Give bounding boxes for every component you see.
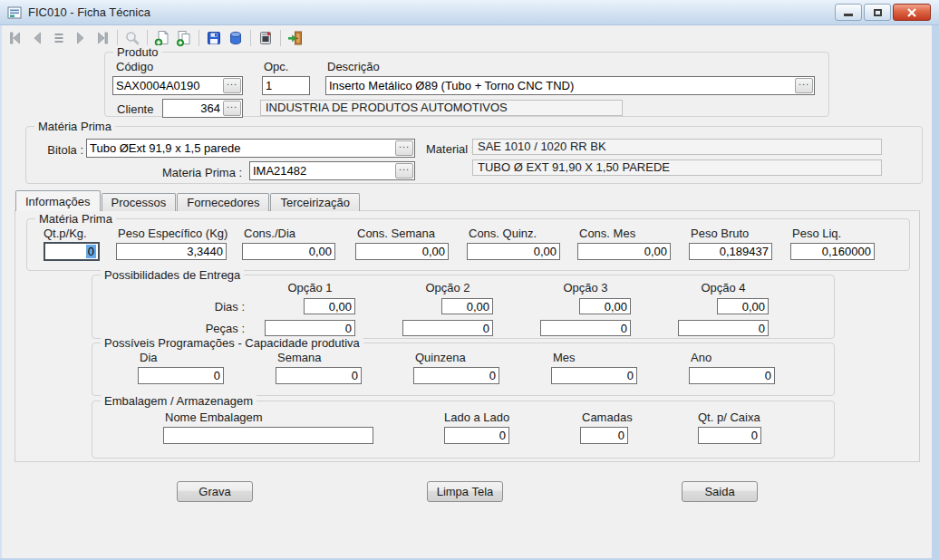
toolbar-separator (117, 30, 118, 46)
informacoes-tab-panel: Matéria Prima Qt.p/Kg. 0 Peso Específico… (15, 210, 920, 462)
close-button[interactable] (893, 4, 931, 21)
dias-opcao2-input[interactable] (441, 298, 493, 314)
cons-dia-input[interactable] (242, 243, 335, 260)
lado-a-lado-input[interactable] (444, 427, 509, 444)
next-record-icon (72, 29, 90, 47)
pecas-opcao4-input[interactable] (678, 320, 769, 336)
entrega-group: Possibilidades de Entrega Opção 1 Opção … (92, 275, 835, 339)
cliente-browse-button[interactable]: ... (223, 101, 241, 116)
materia-prima-legend: Matéria Prima (34, 120, 115, 133)
codigo-input[interactable] (113, 79, 223, 92)
print-button[interactable] (255, 27, 276, 49)
cliente-nome-display: INDUSTRIA DE PRODUTOS AUTOMOTIVOS (260, 100, 623, 116)
window-frame-right (932, 25, 939, 560)
cons-semana-input[interactable] (355, 243, 449, 260)
cliente-label: Cliente (117, 102, 153, 116)
opc-input[interactable] (262, 76, 310, 95)
quinzena-input[interactable] (413, 367, 499, 384)
material-label: Material : (426, 142, 474, 156)
record-list-button[interactable] (48, 27, 70, 49)
codigo-browse-button[interactable]: ... (223, 78, 241, 93)
dias-opcao1-input[interactable] (304, 298, 355, 314)
first-record-button[interactable] (5, 27, 26, 49)
mes-input[interactable] (551, 367, 637, 384)
qtpkg-label: Qt.p/Kg. (44, 227, 87, 240)
next-record-button[interactable] (70, 27, 92, 49)
bitola-browse-button[interactable]: ... (395, 140, 413, 156)
materia-prima-input[interactable] (250, 164, 395, 178)
pecas-opcao1-input[interactable] (265, 320, 355, 336)
cons-quinz-label: Cons. Quinz. (469, 227, 537, 240)
dia-input[interactable] (138, 367, 224, 384)
peso-especifico-input[interactable] (116, 243, 227, 260)
limpa-tela-button[interactable]: Limpa Tela (427, 481, 503, 502)
peso-bruto-input[interactable] (689, 243, 772, 260)
opcao1-header: Opção 1 (265, 281, 355, 294)
maximize-icon (874, 9, 882, 16)
camadas-label: Camadas (582, 410, 633, 424)
last-record-icon (93, 29, 111, 47)
save-button[interactable] (203, 27, 225, 49)
save-icon (205, 29, 223, 47)
pecas-opcao3-input[interactable] (540, 320, 631, 336)
new-record-icon (153, 29, 171, 47)
database-button[interactable] (225, 27, 247, 49)
qt-caixa-label: Qt. p/ Caixa (698, 410, 760, 424)
opcao3-header: Opção 3 (540, 281, 631, 294)
minimize-button[interactable] (835, 4, 862, 21)
camadas-input[interactable] (580, 427, 628, 444)
ano-input[interactable] (689, 367, 775, 384)
exit-button[interactable] (285, 27, 306, 49)
pecas-opcao2-input[interactable] (402, 320, 493, 336)
peso-bruto-label: Peso Bruto (691, 227, 749, 240)
materia-prima-browse-button[interactable]: ... (395, 163, 413, 179)
prior-record-icon (28, 29, 46, 47)
cliente-input[interactable] (163, 101, 223, 115)
exit-icon (286, 29, 305, 47)
dias-opcao4-input[interactable] (717, 298, 769, 314)
tab-fornecedores[interactable]: Fornecedores (177, 193, 269, 211)
copy-record-button[interactable] (173, 27, 195, 49)
qtpkg-value: 0 (86, 245, 96, 258)
last-record-button[interactable] (92, 27, 113, 49)
materia-values-legend: Matéria Prima (35, 212, 116, 226)
lado-a-lado-label: Lado a Lado (444, 410, 509, 424)
grava-button[interactable]: Grava (177, 481, 253, 502)
embalagem-legend: Embalagem / Armazenagem (101, 394, 257, 408)
app-window: FIC010 - Ficha Técnica (0, 0, 939, 560)
semana-input[interactable] (276, 367, 362, 384)
qtpkg-field[interactable]: 0 (44, 242, 100, 261)
cons-quinz-input[interactable] (467, 243, 560, 260)
programacao-group: Possíveis Programações - Capacidade prod… (92, 343, 835, 396)
codigo-field: ... (112, 76, 243, 95)
bitola-input[interactable] (87, 141, 395, 155)
saida-button[interactable]: Saida (682, 481, 758, 502)
nome-embalagem-input[interactable] (163, 427, 373, 444)
qt-caixa-input[interactable] (698, 427, 761, 444)
opc-label: Opc. (264, 60, 288, 73)
mes-label: Mes (553, 351, 576, 364)
tab-bar: Informações Processos Fornecedores Terce… (15, 190, 361, 211)
entrega-legend: Possibilidades de Entrega (101, 268, 244, 282)
maximize-button[interactable] (864, 4, 891, 21)
peso-liq-input[interactable] (790, 243, 875, 260)
close-icon (907, 8, 916, 17)
opcao2-header: Opção 2 (402, 281, 493, 294)
dias-opcao3-input[interactable] (579, 298, 631, 314)
tab-terceirizacao[interactable]: Terceirização (270, 193, 360, 211)
materia-values-group: Matéria Prima Qt.p/Kg. 0 Peso Específico… (26, 218, 910, 271)
codigo-label: Código (116, 60, 153, 73)
cons-semana-label: Cons. Semana (357, 227, 435, 240)
embalagem-group: Embalagem / Armazenagem Nome Embalagem L… (92, 401, 835, 459)
prior-record-button[interactable] (26, 27, 48, 49)
record-list-icon (50, 29, 68, 47)
tab-informacoes[interactable]: Informações (15, 190, 101, 211)
tab-processos[interactable]: Processos (102, 193, 177, 211)
cons-mes-input[interactable] (577, 243, 671, 260)
descricao-browse-button[interactable]: ... (795, 78, 813, 93)
app-icon (7, 5, 22, 20)
cons-dia-label: Cons./Dia (244, 227, 295, 240)
produto-legend: Produto (113, 45, 162, 59)
title-bar: FIC010 - Ficha Técnica (0, 0, 939, 25)
descricao-input[interactable] (326, 79, 795, 92)
